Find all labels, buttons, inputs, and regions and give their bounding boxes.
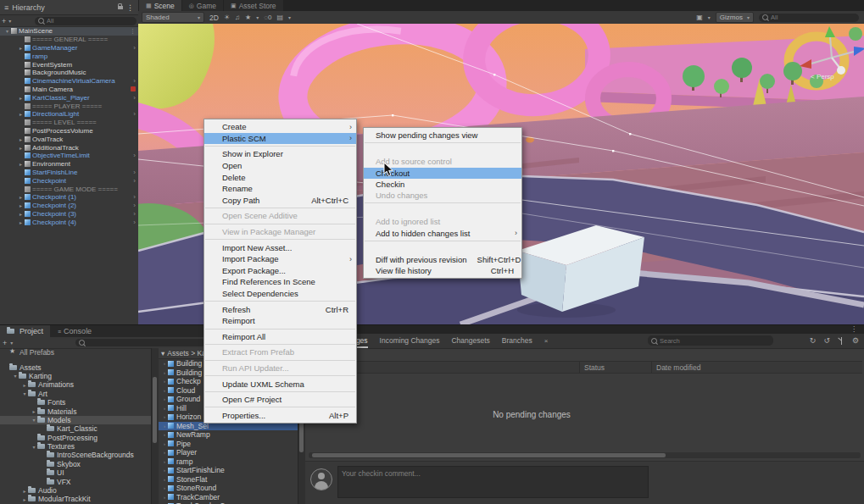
menu-item[interactable] [205,407,355,407]
folder-row[interactable]: IntroSceneBackgrounds [0,451,151,459]
chevron-down-icon[interactable]: ▾ [10,340,13,346]
perspective-label[interactable]: < Persp [811,73,834,80]
folder-row[interactable]: ▸ Animations [0,380,151,389]
scene-search[interactable] [759,14,859,22]
asset-row[interactable]: › ramp [159,457,298,467]
camera-settings-icon[interactable]: ▣ [696,14,703,21]
folder-row[interactable]: Skybox [0,460,151,468]
menu-item[interactable]: Add to hidden changes list › [364,228,521,239]
expander-icon[interactable]: › [161,361,168,366]
hierarchy-search[interactable] [35,17,137,25]
hierarchy-item[interactable]: Main Camera [0,86,138,94]
project-search[interactable] [75,339,205,346]
expander-icon[interactable]: › [161,370,168,375]
hidden-objects-icon[interactable]: ◌0 [264,14,271,21]
expander-icon[interactable]: ▸ [31,408,37,414]
tab-incoming-changes[interactable]: Incoming Changes [380,334,440,348]
expander-icon[interactable]: ▸ [17,161,25,167]
hierarchy-item[interactable]: Checkpoint › [0,176,138,185]
hierarchy-item[interactable]: ▸ OvalTrack [0,135,138,143]
menu-item[interactable]: Create › [204,121,356,133]
hierarchy-item[interactable]: ▸ Checkpoint (3) › [0,210,138,219]
gizmos-dropdown[interactable]: Gizmos ▾ [716,12,754,23]
menu-item[interactable] [205,344,355,345]
menu-item[interactable]: Add to ignored list [364,216,521,227]
asset-row[interactable]: › Player [159,448,298,457]
tab-scene[interactable]: ▦ Scene [139,0,181,11]
collapse-icon[interactable]: ▾ [161,349,164,357]
hierarchy-item[interactable]: ===== GAME MODE ===== [0,185,138,193]
expander-icon[interactable]: › [161,468,168,473]
expander-icon[interactable]: ▸ [17,111,25,117]
menu-item[interactable]: Open Scene Additive [204,210,356,222]
folder-row[interactable]: ▸ Audio [0,486,151,495]
add-asset-button[interactable]: + [3,339,7,347]
hierarchy-item[interactable]: EventSystem [0,60,138,69]
hierarchy-item[interactable]: ▸ Checkpoint (2) › [0,202,138,210]
hierarchy-item[interactable]: ramp [0,52,138,60]
menu-item[interactable]: Properties... Alt+P [204,409,356,421]
expander-icon[interactable]: ▸ [17,211,25,217]
expander-icon[interactable]: ▸ [17,145,25,151]
menu-item[interactable]: Diff with previous revision Shift+Ctrl+D [364,254,521,265]
folder-row[interactable]: ▾ Art [0,390,151,398]
kebab-icon[interactable]: ⋮ [126,3,134,12]
expander-icon[interactable]: › [161,396,168,402]
add-object-button[interactable]: + [2,17,6,25]
menu-item[interactable] [365,142,521,154]
kebab-icon[interactable]: ⋮ [850,325,857,333]
expander-icon[interactable]: › [161,495,168,500]
expander-icon[interactable]: › [161,477,168,482]
menu-item[interactable]: Plastic SCM › [204,133,356,145]
expander-icon[interactable]: ▾ [21,390,28,396]
hierarchy-item[interactable]: ===== LEVEL ===== [0,119,138,127]
expander-icon[interactable]: › [161,485,168,490]
expander-icon[interactable]: ▸ [17,136,25,142]
hierarchy-item[interactable]: ▾ MainScene ⋮ [0,27,138,36]
menu-item[interactable] [205,224,355,224]
project-tree-scrollbar[interactable] [151,348,159,504]
hierarchy-item[interactable]: ObjectiveTimeLimit › [0,152,138,160]
hierarchy-search-input[interactable] [47,17,133,25]
expander-icon[interactable]: › [161,414,168,419]
menu-item[interactable] [205,375,355,376]
folder-row[interactable]: VFX [0,477,151,485]
lighting-toggle-icon[interactable]: ☀ [224,14,230,21]
hierarchy-item[interactable]: ▸ GameManager › [0,44,138,53]
hierarchy-item[interactable]: ▸ KartClassic_Player › [0,93,138,102]
chevron-down-icon[interactable]: ▾ [8,18,11,24]
toggle-2d-button[interactable]: 2D [209,14,219,22]
hierarchy-item[interactable]: StartFinishLine › [0,169,138,177]
expander-icon[interactable]: ▸ [17,202,25,208]
expander-icon[interactable]: › [161,406,168,411]
menu-item[interactable]: Update UXML Schema [204,378,356,390]
horizontal-scrollbar[interactable] [309,452,861,458]
plastic-search[interactable] [648,335,773,346]
folder-row[interactable]: ▾ Textures [0,442,151,451]
close-icon[interactable]: × [544,334,549,348]
menu-item[interactable]: Open C# Project [204,394,356,406]
menu-item[interactable]: Select Dependencies [204,288,356,300]
expander-icon[interactable]: ▸ [17,95,25,101]
expander-icon[interactable]: ▸ [21,496,28,502]
menu-item[interactable]: Refresh Ctrl+R [204,303,356,315]
tab-project[interactable]: Project [0,325,50,337]
branch-icon[interactable] [838,337,844,345]
folder-row[interactable]: PostProcessing [0,434,151,442]
hierarchy-item[interactable]: ▸ Environment [0,160,138,169]
menu-item[interactable]: Reimport [204,315,356,327]
expander-icon[interactable]: › [161,450,168,455]
chevron-down-icon[interactable]: ▾ [288,14,291,20]
column-date-modified[interactable]: Date modified [656,363,700,372]
folder-row[interactable]: Fonts [0,398,151,407]
kebab-icon[interactable]: ⋮ [130,28,138,35]
expander-icon[interactable]: ▸ [17,45,25,51]
menu-item[interactable] [205,208,355,208]
menu-item[interactable]: Rename [204,183,356,195]
checkin-comment-input[interactable] [338,467,648,497]
menu-item[interactable]: Run API Updater... [204,363,356,374]
audio-toggle-icon[interactable]: ♫ [235,14,240,21]
expander-icon[interactable]: › [161,459,168,464]
undo-icon[interactable]: ↺ [823,336,830,345]
menu-item[interactable]: Show in Explorer [204,148,356,160]
